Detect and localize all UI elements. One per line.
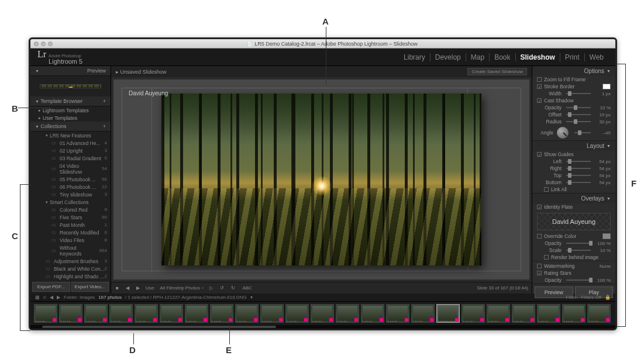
filmstrip-thumb[interactable] bbox=[562, 304, 586, 323]
watermarking-value[interactable]: None bbox=[595, 264, 611, 269]
export-video-button[interactable]: Export Video... bbox=[71, 282, 109, 292]
checkbox[interactable] bbox=[537, 205, 542, 209]
slider[interactable] bbox=[566, 250, 591, 251]
checkbox[interactable] bbox=[537, 77, 542, 82]
identity-overlay[interactable]: David Auyeung bbox=[129, 90, 168, 96]
collection-item[interactable]: ▭01 Advanced He...4 bbox=[30, 139, 111, 147]
smart-collection-item[interactable]: ▭Recently Modified0 bbox=[30, 229, 111, 236]
checkbox[interactable] bbox=[537, 98, 542, 103]
window-controls[interactable] bbox=[34, 42, 53, 46]
collection-item[interactable]: ▭Highlight and Shado ...2 bbox=[30, 272, 111, 280]
module-slideshow[interactable]: Slideshow bbox=[516, 53, 560, 61]
collection-item[interactable]: ▭04 Video Slideshow54 bbox=[30, 162, 111, 175]
secondary-monitor-icon[interactable]: ⎚ bbox=[43, 295, 46, 300]
collection-set[interactable]: LR5 New Features bbox=[30, 132, 111, 139]
filmstrip-thumb[interactable] bbox=[210, 304, 233, 323]
slider[interactable] bbox=[566, 114, 591, 115]
template-folder[interactable]: User Templates bbox=[30, 114, 111, 122]
options-panel-header[interactable]: Options▼ bbox=[532, 66, 615, 76]
checkbox[interactable] bbox=[537, 234, 542, 239]
collection-item[interactable]: ▭05 Photobook ...66 bbox=[30, 175, 111, 183]
collection-item[interactable]: ▭03 Radial Gradient5 bbox=[30, 154, 111, 162]
smart-collection-item[interactable]: ▭Colored Red9 bbox=[30, 206, 111, 213]
filter-lock-icon[interactable]: 🔒 bbox=[605, 295, 611, 300]
filmstrip-thumb[interactable] bbox=[185, 304, 208, 323]
smart-collection-item[interactable]: ▭Five Stars90 bbox=[30, 213, 111, 221]
create-saved-slideshow-button[interactable]: Create Saved Slideshow bbox=[467, 68, 527, 75]
plus-icon[interactable]: + bbox=[103, 123, 106, 129]
slider[interactable] bbox=[574, 132, 591, 133]
grid-icon[interactable]: ▦ bbox=[35, 295, 40, 300]
filmstrip-thumb[interactable] bbox=[311, 304, 334, 323]
filmstrip-thumb[interactable] bbox=[260, 304, 284, 323]
slider[interactable] bbox=[566, 93, 591, 94]
collections-header[interactable]: ▼ Collections + bbox=[30, 122, 111, 132]
filmstrip-scrollbar[interactable] bbox=[30, 325, 615, 329]
angle-knob[interactable] bbox=[557, 127, 569, 139]
filmstrip-thumb[interactable] bbox=[135, 304, 158, 323]
play-icon[interactable]: ▷ bbox=[208, 285, 214, 291]
slider[interactable] bbox=[566, 175, 591, 176]
folder-label[interactable]: Folder: Images bbox=[64, 295, 95, 300]
module-develop[interactable]: Develop bbox=[431, 53, 466, 61]
color-swatch[interactable] bbox=[602, 233, 611, 239]
collection-item[interactable]: ▭Tiny slideshow3 bbox=[30, 191, 111, 198]
nav-fwd-icon[interactable]: ▶ bbox=[57, 295, 60, 300]
filmstrip-thumb[interactable] bbox=[361, 304, 384, 323]
filmstrip-thumb[interactable] bbox=[436, 304, 460, 323]
checkbox[interactable] bbox=[544, 187, 549, 192]
filmstrip-thumb[interactable] bbox=[411, 304, 435, 323]
filmstrip-thumb[interactable] bbox=[59, 304, 82, 323]
module-print[interactable]: Print bbox=[560, 53, 585, 61]
identity-plate-preview[interactable]: David Auyeung bbox=[537, 213, 611, 230]
slider[interactable] bbox=[566, 161, 591, 162]
filmstrip-thumb[interactable] bbox=[336, 304, 359, 323]
text-overlay-button[interactable]: ABC bbox=[241, 285, 253, 291]
slider[interactable] bbox=[566, 182, 591, 183]
collection-item[interactable]: ▭02 Upright3 bbox=[30, 147, 111, 154]
plus-icon[interactable]: + bbox=[103, 98, 106, 104]
template-browser-header[interactable]: ▼ Template Browser + bbox=[30, 96, 111, 106]
nav-back-icon[interactable]: ◀ bbox=[50, 295, 53, 300]
rotate-ccw-icon[interactable]: ↺ bbox=[219, 285, 225, 291]
preview-panel-header[interactable]: ▼ Preview bbox=[30, 66, 111, 76]
filmstrip-thumb[interactable] bbox=[84, 304, 108, 323]
slider[interactable] bbox=[566, 107, 591, 108]
checkbox[interactable] bbox=[537, 271, 542, 275]
collection-set[interactable]: Smart Collections bbox=[30, 198, 111, 206]
prev-icon[interactable]: ◀ bbox=[125, 285, 130, 291]
module-book[interactable]: Book bbox=[490, 53, 515, 61]
slider[interactable] bbox=[566, 243, 591, 244]
use-dropdown[interactable]: All Filmstrip Photos ÷ bbox=[160, 285, 204, 291]
next-icon[interactable]: ▶ bbox=[135, 285, 141, 291]
filmstrip-thumb[interactable] bbox=[537, 304, 560, 323]
checkbox[interactable] bbox=[537, 84, 542, 89]
collection-item[interactable]: ▭06 Photobook ...22 bbox=[30, 183, 111, 191]
slide-photo[interactable] bbox=[161, 94, 481, 265]
filmstrip-thumb[interactable] bbox=[512, 304, 535, 323]
collection-item[interactable]: ▭Adjustment Brushes3 bbox=[30, 257, 111, 265]
filmstrip[interactable] bbox=[30, 302, 615, 325]
layout-panel-header[interactable]: Layout▼ bbox=[532, 141, 615, 151]
module-map[interactable]: Map bbox=[466, 53, 490, 61]
slider[interactable] bbox=[566, 279, 591, 281]
smart-collection-item[interactable]: ▭Past Month1 bbox=[30, 221, 111, 229]
smart-collection-item[interactable]: ▭Without Keywords664 bbox=[30, 244, 111, 257]
filmstrip-thumb[interactable] bbox=[462, 304, 485, 323]
rotate-cw-icon[interactable]: ↻ bbox=[230, 285, 236, 291]
module-library[interactable]: Library bbox=[399, 53, 431, 61]
filmstrip-thumb[interactable] bbox=[386, 304, 409, 323]
checkbox[interactable] bbox=[544, 255, 549, 260]
filmstrip-thumb[interactable] bbox=[34, 304, 57, 323]
slider[interactable] bbox=[566, 168, 591, 169]
slider[interactable] bbox=[566, 121, 591, 122]
checkbox[interactable] bbox=[537, 152, 542, 157]
module-web[interactable]: Web bbox=[585, 53, 608, 61]
overlays-panel-header[interactable]: Overlays▼ bbox=[532, 194, 615, 203]
filmstrip-thumb[interactable] bbox=[587, 304, 611, 323]
color-swatch[interactable] bbox=[602, 84, 611, 89]
filmstrip-thumb[interactable] bbox=[285, 304, 309, 323]
filter-dropdown[interactable]: Filters Off bbox=[581, 295, 601, 300]
filmstrip-thumb[interactable] bbox=[487, 304, 510, 323]
filmstrip-thumb[interactable] bbox=[109, 304, 133, 323]
